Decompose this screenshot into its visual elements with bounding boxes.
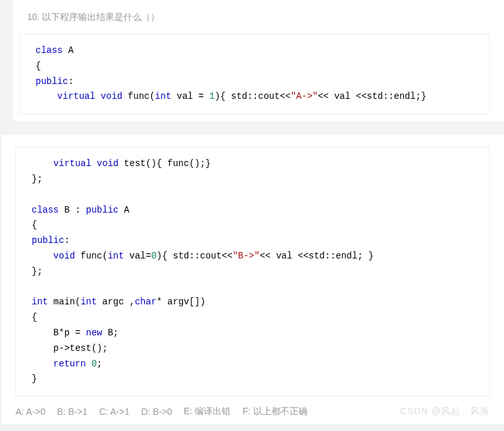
section-top: 10. 以下程序输出结果是什么（） class A { public: virt…	[13, 0, 504, 121]
code-token: new	[86, 328, 102, 338]
code-token: virtual	[54, 158, 92, 169]
code-token: ){ std::cout<<	[215, 91, 291, 101]
page-gap	[0, 121, 504, 135]
option-f[interactable]: F: 以上都不正确	[242, 406, 307, 417]
code-token: int	[32, 297, 48, 307]
code-token: int	[108, 251, 124, 261]
option-b[interactable]: B: B->1	[57, 406, 87, 417]
question-text: 10. 以下程序输出结果是什么（）	[19, 12, 490, 23]
code-token: val=	[124, 251, 151, 261]
question-number: 10.	[27, 12, 39, 22]
code-token: void	[101, 91, 123, 101]
code-token: int	[81, 297, 97, 307]
code-token: argc ,	[97, 297, 135, 307]
code-token: * argv[])	[156, 297, 205, 307]
code-token	[36, 91, 58, 101]
code-token: "A->"	[291, 91, 318, 101]
code-token: {	[32, 312, 37, 322]
code-token: void	[97, 158, 119, 169]
code-token: return	[54, 359, 86, 369]
code-token: p->test();	[32, 343, 108, 353]
code-token	[32, 158, 54, 169]
code-token: val =	[171, 91, 209, 101]
code-token: "B->"	[233, 251, 260, 261]
code-token: int	[155, 91, 171, 101]
code-token: public	[36, 76, 68, 87]
option-c[interactable]: C: A->1	[99, 406, 129, 417]
code-token: << val <<std::endl; }	[260, 251, 373, 261]
option-d[interactable]: D: B->0	[142, 406, 173, 417]
question-body: 以下程序输出结果是什么（）	[42, 12, 160, 22]
code-token: ){ std::cout<<	[156, 251, 233, 261]
code-token: B;	[102, 328, 118, 338]
code-token	[95, 91, 100, 101]
code-token	[32, 251, 54, 261]
code-token: public	[86, 205, 118, 215]
section-bottom: virtual void test(){ func();} }; class B…	[0, 135, 504, 424]
code-token: :	[64, 235, 69, 246]
code-token: << val <<std::endl;}	[318, 91, 426, 101]
code-token: A	[63, 45, 74, 56]
code-block-1: class A { public: virtual void func(int …	[19, 34, 490, 114]
answer-options: A: A->0 B: B->1 C: A->1 D: B->0 E: 编译出错 …	[16, 406, 490, 417]
code-token	[91, 158, 96, 169]
watermark: CSDN @风起、风落	[400, 406, 490, 417]
option-a[interactable]: A: A->0	[16, 406, 45, 417]
code-token: void	[54, 251, 76, 261]
code-token: B :	[59, 205, 86, 215]
code-token: };	[32, 174, 43, 184]
code-token: A	[118, 205, 129, 215]
code-token	[32, 328, 54, 338]
code-token: 0	[91, 359, 96, 369]
code-token: main(	[48, 297, 80, 307]
code-token: }	[32, 373, 37, 384]
code-token: public	[32, 235, 64, 246]
code-token: virtual	[58, 91, 96, 101]
code-block-2: virtual void test(){ func();} }; class B…	[16, 147, 490, 397]
code-token: };	[32, 266, 43, 277]
code-token	[32, 359, 54, 369]
code-token: char	[135, 297, 157, 307]
code-token: {	[36, 61, 41, 71]
code-token: class	[32, 205, 59, 215]
code-token: func(	[122, 91, 154, 101]
code-token: :	[68, 76, 73, 87]
code-token: ;	[97, 359, 102, 369]
option-e[interactable]: E: 编译出错	[184, 406, 231, 417]
code-token: test(){ func();}	[118, 158, 211, 169]
code-token: {	[32, 220, 37, 230]
code-token: func(	[75, 251, 107, 261]
code-token: B*p =	[54, 328, 86, 338]
code-token: class	[36, 45, 63, 56]
